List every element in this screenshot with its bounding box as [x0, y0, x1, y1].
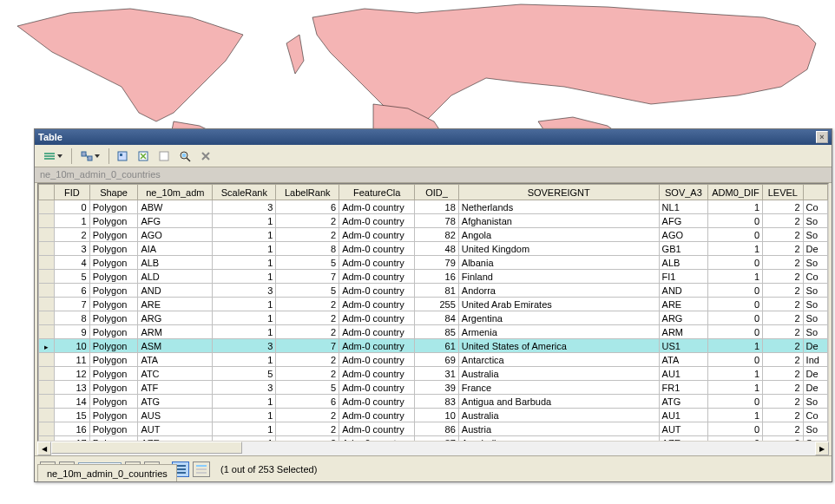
table-cell[interactable]: Polygon: [89, 339, 138, 353]
table-cell[interactable]: [39, 395, 55, 409]
table-options-dropdown[interactable]: [38, 147, 68, 166]
table-cell[interactable]: 6: [55, 284, 89, 298]
table-cell[interactable]: ATF: [138, 381, 213, 395]
column-header[interactable]: LEVEL: [763, 185, 804, 200]
table-cell[interactable]: ASM: [138, 339, 213, 353]
table-cell[interactable]: So: [803, 256, 827, 270]
table-cell[interactable]: France: [458, 381, 659, 395]
table-cell[interactable]: 2: [763, 200, 804, 214]
table-cell[interactable]: 11: [55, 353, 89, 367]
table-cell[interactable]: Polygon: [89, 367, 138, 381]
table-cell[interactable]: 2: [276, 228, 339, 242]
table-cell[interactable]: ALD: [138, 270, 213, 284]
column-header[interactable]: [39, 185, 55, 200]
table-cell[interactable]: 2: [763, 298, 804, 311]
table-cell[interactable]: 2: [276, 409, 339, 422]
table-cell[interactable]: Adm-0 country: [339, 367, 415, 381]
table-row[interactable]: 16PolygonAUT12Adm-0 country86AustriaAUT0…: [39, 422, 828, 436]
table-cell[interactable]: United States of America: [458, 339, 659, 353]
table-cell[interactable]: Antarctica: [458, 353, 659, 367]
table-cell[interactable]: 6: [276, 395, 339, 409]
table-cell[interactable]: Afghanistan: [458, 214, 659, 228]
table-cell[interactable]: 2: [763, 214, 804, 228]
table-cell[interactable]: 0: [708, 422, 763, 436]
table-cell[interactable]: Albania: [458, 256, 659, 270]
table-cell[interactable]: 2: [763, 311, 804, 325]
table-cell[interactable]: Angola: [458, 228, 659, 242]
table-cell[interactable]: 82: [415, 228, 459, 242]
table-cell[interactable]: 1: [213, 228, 276, 242]
table-cell[interactable]: Adm-0 country: [339, 214, 415, 228]
table-cell[interactable]: ATC: [138, 367, 213, 381]
table-cell[interactable]: 1: [708, 200, 763, 214]
table-cell[interactable]: United Arab Emirates: [458, 298, 659, 311]
table-cell[interactable]: Adm-0 country: [339, 284, 415, 298]
table-cell[interactable]: De: [803, 367, 827, 381]
table-cell[interactable]: 4: [55, 256, 89, 270]
table-cell[interactable]: 12: [55, 367, 89, 381]
switch-selection-button[interactable]: [134, 147, 153, 166]
table-cell[interactable]: 2: [763, 353, 804, 367]
table-cell[interactable]: Co: [803, 409, 827, 422]
table-cell[interactable]: Adm-0 country: [339, 228, 415, 242]
table-cell[interactable]: 3: [213, 284, 276, 298]
table-cell[interactable]: NL1: [659, 200, 708, 214]
table-cell[interactable]: ARE: [659, 298, 708, 311]
table-cell[interactable]: 0: [708, 214, 763, 228]
table-cell[interactable]: [39, 339, 55, 353]
table-cell[interactable]: 78: [415, 214, 459, 228]
grid-container[interactable]: FIDShapene_10m_admScaleRankLabelRankFeat…: [37, 183, 829, 442]
table-cell[interactable]: ARG: [659, 311, 708, 325]
select-by-attributes-button[interactable]: [113, 147, 132, 166]
table-cell[interactable]: 14: [55, 395, 89, 409]
column-header[interactable]: ne_10m_adm: [138, 185, 213, 200]
table-row[interactable]: 8PolygonARG12Adm-0 country84ArgentinaARG…: [39, 311, 828, 325]
table-cell[interactable]: So: [803, 228, 827, 242]
column-header[interactable]: SOVEREIGNT: [458, 185, 659, 200]
table-cell[interactable]: [39, 311, 55, 325]
table-row[interactable]: 2PolygonAGO12Adm-0 country82AngolaAGO02S…: [39, 228, 828, 242]
table-cell[interactable]: 2: [763, 381, 804, 395]
column-header[interactable]: ADM0_DIF: [708, 185, 763, 200]
table-cell[interactable]: Adm-0 country: [339, 298, 415, 311]
table-cell[interactable]: 0: [708, 284, 763, 298]
table-cell[interactable]: 69: [415, 353, 459, 367]
table-cell[interactable]: 1: [708, 339, 763, 353]
table-row[interactable]: 10PolygonASM37Adm-0 country61United Stat…: [39, 339, 828, 353]
table-cell[interactable]: FI1: [659, 270, 708, 284]
table-cell[interactable]: [39, 325, 55, 339]
table-cell[interactable]: Australia: [458, 367, 659, 381]
table-cell[interactable]: So: [803, 325, 827, 339]
table-cell[interactable]: [39, 200, 55, 214]
table-cell[interactable]: 2: [763, 367, 804, 381]
table-row[interactable]: 1PolygonAFG12Adm-0 country78AfghanistanA…: [39, 214, 828, 228]
table-cell[interactable]: ALB: [659, 256, 708, 270]
table-cell[interactable]: AIA: [138, 242, 213, 256]
layer-tab[interactable]: ne_10m_admin_0_countries: [35, 167, 832, 183]
table-cell[interactable]: Adm-0 country: [339, 311, 415, 325]
table-cell[interactable]: 7: [276, 339, 339, 353]
table-cell[interactable]: 2: [763, 284, 804, 298]
table-cell[interactable]: Adm-0 country: [339, 270, 415, 284]
table-cell[interactable]: Polygon: [89, 381, 138, 395]
table-cell[interactable]: So: [803, 422, 827, 436]
table-cell[interactable]: 2: [763, 242, 804, 256]
table-cell[interactable]: 0: [708, 395, 763, 409]
table-cell[interactable]: Adm-0 country: [339, 409, 415, 422]
table-row[interactable]: 14PolygonATG16Adm-0 country83Antigua and…: [39, 395, 828, 409]
table-cell[interactable]: 3: [55, 242, 89, 256]
column-header[interactable]: LabelRank: [276, 185, 339, 200]
table-cell[interactable]: Argentina: [458, 311, 659, 325]
table-cell[interactable]: De: [803, 381, 827, 395]
table-cell[interactable]: ARE: [138, 298, 213, 311]
table-cell[interactable]: AFG: [659, 214, 708, 228]
table-cell[interactable]: So: [803, 311, 827, 325]
table-cell[interactable]: AND: [659, 284, 708, 298]
table-cell[interactable]: Adm-0 country: [339, 242, 415, 256]
table-cell[interactable]: 8: [55, 311, 89, 325]
table-cell[interactable]: So: [803, 214, 827, 228]
scroll-thumb[interactable]: [51, 442, 242, 454]
scroll-right-button[interactable]: ▶: [815, 442, 829, 455]
table-cell[interactable]: 1: [213, 422, 276, 436]
table-cell[interactable]: 16: [415, 270, 459, 284]
